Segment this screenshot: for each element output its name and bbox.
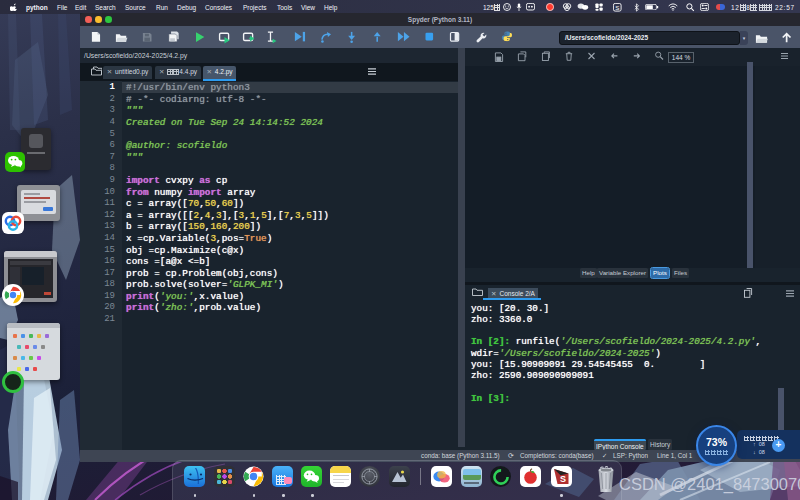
svg-text:S: S: [560, 474, 566, 484]
svg-text:S: S: [615, 4, 619, 11]
